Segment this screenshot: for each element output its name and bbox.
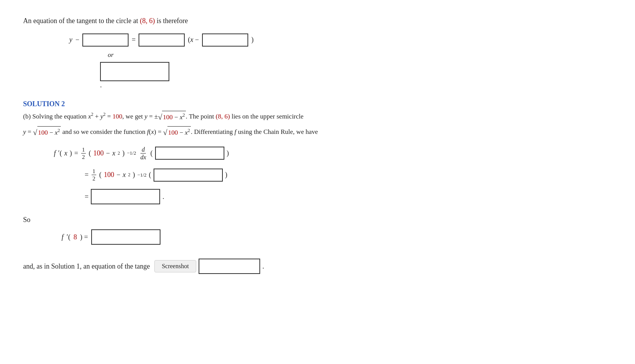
y-minus-label: y	[69, 36, 72, 44]
tangent-equation-row: y − = (x − )	[69, 33, 612, 47]
intro-text-2: is therefore	[155, 17, 188, 25]
fprime8-input[interactable]	[91, 229, 160, 245]
deriv-row-3: = .	[85, 189, 612, 204]
deriv-row-1: f′(x) = 1 2 (100 − x2)−1/2 d dx ( )	[54, 146, 612, 161]
final-dot: .	[262, 262, 264, 270]
final-text: and, as in Solution 1, an equation of th…	[23, 262, 150, 270]
solution2-line2: y = √100 − x2 and so we consider the fun…	[23, 126, 612, 139]
deriv-row-2: = 1 2 (100 − x2)−1/2 ( )	[85, 168, 612, 182]
intro-text-1: An equation of the tangent to the circle…	[23, 17, 140, 25]
intro-line: An equation of the tangent to the circle…	[23, 15, 612, 27]
close-paren: )	[251, 36, 254, 44]
final-equation-input[interactable]	[199, 259, 260, 274]
y-value-input[interactable]	[82, 33, 129, 47]
solution2-line1: (b) Solving the equation x2 + y2 = 100, …	[23, 110, 612, 124]
large-equation-input[interactable]	[100, 62, 169, 81]
or-text: or	[108, 51, 612, 59]
deriv-input-2[interactable]	[154, 169, 223, 182]
deriv-input-1[interactable]	[155, 147, 224, 160]
intro-point: (8, 6)	[140, 17, 155, 25]
d-dx-fraction: d dx	[139, 146, 147, 161]
slope-input[interactable]	[139, 33, 185, 47]
screenshot-badge: Screenshot	[154, 260, 196, 272]
fraction-half-2: 1 2	[92, 168, 96, 182]
dot-after-large: .	[100, 81, 102, 89]
final-line: and, as in Solution 1, an equation of th…	[23, 259, 612, 274]
large-input-row: .	[100, 62, 612, 89]
fprime8-row: f′(8) =	[62, 229, 612, 245]
so-text: So	[23, 216, 612, 224]
fraction-half-1: 1 2	[81, 146, 86, 160]
minus-sign: −	[75, 36, 79, 44]
solution2-heading: SOLUTION 2	[23, 100, 612, 108]
x-value-input[interactable]	[202, 33, 248, 47]
deriv-result-input[interactable]	[91, 189, 160, 204]
derivative-section: f′(x) = 1 2 (100 − x2)−1/2 d dx ( ) = 1 …	[54, 146, 612, 204]
equals-sign: =	[132, 36, 135, 44]
x-minus-label: (x −	[188, 36, 199, 44]
